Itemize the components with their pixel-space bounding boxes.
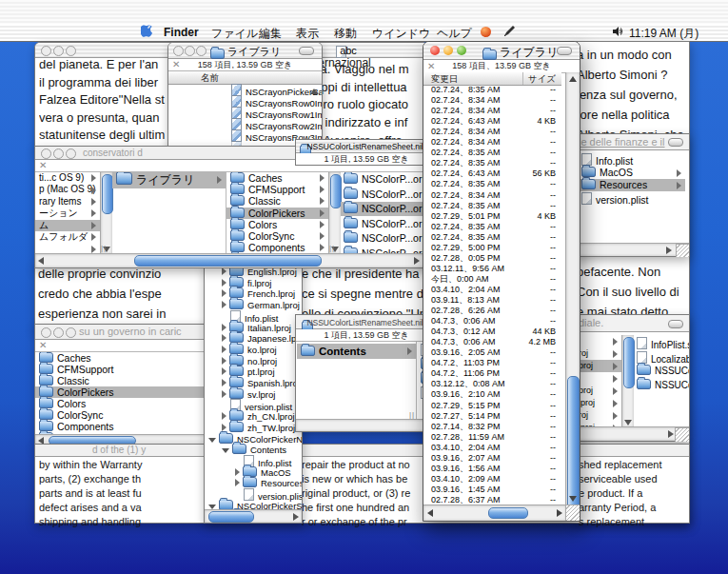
close-button[interactable] xyxy=(41,46,51,56)
toolbar-toggle-button[interactable] xyxy=(668,320,683,328)
list-item[interactable]: Colors xyxy=(226,219,328,230)
list-item[interactable]: ライブラリ xyxy=(112,172,226,188)
disclosure-closed-icon[interactable] xyxy=(222,324,226,331)
minimize-button[interactable] xyxy=(53,46,64,56)
scroll-thumb[interactable] xyxy=(488,507,528,519)
close-button[interactable] xyxy=(41,327,51,338)
resize-grip[interactable] xyxy=(565,505,580,521)
disclosure-closed-icon[interactable] xyxy=(222,379,226,386)
close-button[interactable] xyxy=(41,148,51,159)
script-icon[interactable] xyxy=(481,27,491,40)
column-header[interactable]: 名前 xyxy=(168,71,322,85)
disclosure-closed-icon[interactable] xyxy=(222,346,226,353)
close-button[interactable] xyxy=(173,46,184,56)
list-item[interactable]: ColorSync xyxy=(35,409,222,421)
list-item[interactable]: Resources xyxy=(576,179,685,191)
scroll-thumb[interactable] xyxy=(134,255,322,267)
title-bar[interactable]: ライブラリ xyxy=(168,43,322,59)
list-item[interactable]: Classic xyxy=(226,195,328,207)
zoom-button[interactable] xyxy=(196,46,207,56)
menu-item-edit[interactable]: 編集 xyxy=(259,26,282,42)
horizontal-scrollbar[interactable] xyxy=(35,253,437,267)
minimize-button[interactable] xyxy=(185,46,195,56)
disclosure-closed-icon[interactable] xyxy=(222,289,226,297)
scroll-left-arrow[interactable] xyxy=(427,509,433,517)
list-item[interactable]: proj xyxy=(575,360,621,372)
list-item[interactable]: Caches xyxy=(35,352,222,364)
resize-grip[interactable] xyxy=(676,244,689,257)
menu-item-view[interactable]: 表示 xyxy=(296,26,319,42)
list-item[interactable]: roj xyxy=(575,347,621,360)
menu-clock[interactable]: 11:19 AM (月) xyxy=(629,26,698,42)
list-item[interactable]: roj xyxy=(575,409,621,422)
horizontal-scrollbar[interactable] xyxy=(423,505,566,521)
disclosure-open-icon[interactable] xyxy=(208,505,216,509)
list-item[interactable]: Colors xyxy=(35,398,222,409)
disclosure-closed-icon[interactable] xyxy=(222,357,226,365)
disclosure-closed-icon[interactable] xyxy=(235,468,240,476)
list-item[interactable]: Caches xyxy=(226,172,328,184)
horizontal-scrollbar[interactable] xyxy=(575,243,689,256)
scroll-left-arrow[interactable] xyxy=(38,257,44,265)
menu-item-finder[interactable]: Finder xyxy=(164,26,199,39)
toolbar-toggle-button[interactable] xyxy=(668,138,683,147)
title-bar[interactable]: NSSUColorListRenameSheet.nib xyxy=(296,315,437,329)
title-bar[interactable]: ライブラリ xyxy=(423,42,580,60)
horizontal-scrollbar[interactable] xyxy=(575,426,689,441)
list-item[interactable]: CFMSupport xyxy=(35,364,222,375)
volume-menu-extra[interactable] xyxy=(612,26,623,40)
title-bar[interactable]: diale. xyxy=(575,315,689,332)
list-item[interactable]: Contents xyxy=(297,344,416,359)
scroll-right-arrow[interactable] xyxy=(666,247,672,254)
list-item[interactable]: NSSUCol xyxy=(634,379,689,392)
scroll-down-arrow[interactable] xyxy=(624,420,632,426)
horizontal-scrollbar[interactable] xyxy=(205,509,302,523)
list-item[interactable]: proj xyxy=(575,385,621,397)
list-item[interactable]: Components xyxy=(35,421,222,432)
column-resize-grip[interactable]: || xyxy=(329,244,336,252)
menu-item-file[interactable]: ファイル xyxy=(211,26,258,42)
apple-menu[interactable] xyxy=(141,25,153,42)
list-item[interactable]: ムフォルダ xyxy=(35,231,100,243)
scroll-down-arrow[interactable] xyxy=(569,496,577,502)
vertical-scrollbar[interactable] xyxy=(565,72,580,505)
disclosure-closed-icon[interactable] xyxy=(222,390,226,398)
zoom-button[interactable] xyxy=(66,46,76,56)
minimize-button[interactable] xyxy=(53,148,64,159)
list-item[interactable]: ーション xyxy=(35,208,100,219)
zoom-button[interactable] xyxy=(66,327,76,338)
disclosure-closed-icon[interactable] xyxy=(222,367,226,375)
disclosure-open-icon[interactable] xyxy=(208,438,216,443)
ink-pen-icon[interactable] xyxy=(502,25,516,41)
menu-item-go[interactable]: 移動 xyxy=(334,26,357,42)
zoom-button[interactable] xyxy=(457,46,466,55)
minimize-button[interactable] xyxy=(443,46,453,55)
minimize-button[interactable] xyxy=(53,327,64,338)
column-resize-grip[interactable]: || xyxy=(101,244,108,252)
disclosure-closed-icon[interactable] xyxy=(222,334,226,342)
vertical-scrollbar[interactable] xyxy=(100,172,112,254)
scroll-right-arrow[interactable] xyxy=(668,430,674,438)
close-button[interactable] xyxy=(430,46,440,55)
menu-item-window[interactable]: ウインドウ xyxy=(372,26,430,42)
toolbar-toggle-button[interactable] xyxy=(299,47,314,55)
list-item[interactable]: ム xyxy=(35,220,100,231)
vertical-scrollbar[interactable] xyxy=(621,335,634,427)
list-item[interactable]: Components xyxy=(226,242,328,253)
title-bar[interactable]: NSSUColorListRenameSheet.nib xyxy=(296,140,437,153)
list-item[interactable]: MacOS xyxy=(576,167,685,179)
list-item[interactable]: version.plist xyxy=(576,192,685,207)
list-item[interactable]: p (Mac OS 9) xyxy=(35,184,100,195)
zoom-button[interactable] xyxy=(66,148,76,159)
list-item[interactable]: ti...c OS 9) xyxy=(35,172,100,184)
resize-grip[interactable] xyxy=(675,427,689,442)
column-divider[interactable] xyxy=(522,72,523,85)
list-item[interactable]: lproj xyxy=(575,397,621,409)
disclosure-closed-icon[interactable] xyxy=(222,424,226,431)
disclosure-closed-icon[interactable] xyxy=(222,412,226,420)
scroll-right-arrow[interactable] xyxy=(293,513,299,521)
title-bar[interactable]: le delle finanze e il xyxy=(575,134,689,150)
horizontal-scrollbar[interactable] xyxy=(296,419,437,431)
vertical-scrollbar[interactable] xyxy=(328,172,341,254)
scroll-up-arrow[interactable] xyxy=(310,89,318,94)
